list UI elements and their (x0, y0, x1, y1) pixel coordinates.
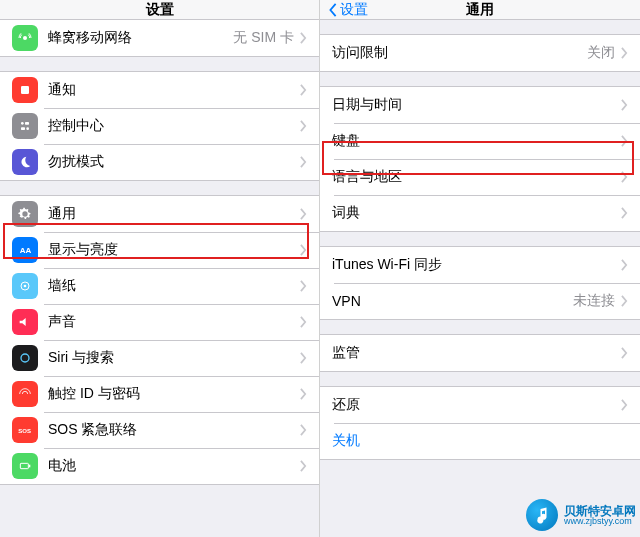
nav-bar: 设置 通用 (320, 0, 640, 20)
row-battery[interactable]: 电池 (0, 448, 319, 484)
row-vpn[interactable]: VPN 未连接 (320, 283, 640, 319)
chevron-right-icon (300, 280, 307, 292)
control-center-icon (12, 113, 38, 139)
nav-title: 设置 (146, 1, 174, 19)
sos-label: SOS 紧急联络 (48, 421, 300, 439)
battery-label: 电池 (48, 457, 300, 475)
chevron-right-icon (621, 399, 628, 411)
row-restrictions[interactable]: 访问限制 关闭 (320, 35, 640, 71)
touchid-label: 触控 ID 与密码 (48, 385, 300, 403)
gear-icon (12, 201, 38, 227)
row-keyboard[interactable]: 键盘 (320, 123, 640, 159)
row-notifications[interactable]: 通知 (0, 72, 319, 108)
sos-icon: SOS (12, 417, 38, 443)
svg-rect-1 (21, 86, 29, 94)
svg-rect-4 (21, 127, 25, 130)
row-dnd[interactable]: 勿扰模式 (0, 144, 319, 180)
group-cellular: 蜂窝移动网络 无 SIM 卡 (0, 20, 319, 57)
row-profiles[interactable]: 监管 (320, 335, 640, 371)
general-label: 通用 (48, 205, 300, 223)
row-shutdown[interactable]: 关机 (320, 423, 640, 459)
chevron-right-icon (300, 244, 307, 256)
group-notifications: 通知 控制中心 勿扰模式 (0, 71, 319, 181)
moon-icon (12, 149, 38, 175)
watermark-name: 贝斯特安卓网 (564, 505, 636, 517)
dnd-label: 勿扰模式 (48, 153, 300, 171)
chevron-right-icon (300, 316, 307, 328)
row-language[interactable]: 语言与地区 (320, 159, 640, 195)
notifications-label: 通知 (48, 81, 300, 99)
dictionary-label: 词典 (332, 204, 621, 222)
row-display[interactable]: AA 显示与亮度 (0, 232, 319, 268)
profiles-label: 监管 (332, 344, 621, 362)
chevron-right-icon (621, 347, 628, 359)
chevron-right-icon (621, 99, 628, 111)
reset-label: 还原 (332, 396, 621, 414)
chevron-right-icon (621, 47, 628, 59)
group-datetime: 日期与时间 键盘 语言与地区 词典 (320, 86, 640, 232)
itunes-wifi-label: iTunes Wi-Fi 同步 (332, 256, 621, 274)
svg-point-0 (23, 36, 27, 40)
back-button[interactable]: 设置 (328, 1, 368, 19)
general-screen: 设置 通用 访问限制 关闭 日期与时间 键盘 语言与地区 (320, 0, 640, 537)
restrictions-value: 关闭 (587, 44, 615, 62)
watermark-logo-icon (526, 499, 558, 531)
chevron-left-icon (328, 3, 338, 17)
svg-rect-12 (29, 465, 30, 468)
group-profiles: 监管 (320, 334, 640, 372)
chevron-right-icon (300, 208, 307, 220)
notifications-icon (12, 77, 38, 103)
row-touchid[interactable]: 触控 ID 与密码 (0, 376, 319, 412)
svg-rect-11 (20, 463, 28, 468)
cellular-value: 无 SIM 卡 (233, 29, 294, 47)
fingerprint-icon (12, 381, 38, 407)
wallpaper-icon (12, 273, 38, 299)
settings-root-screen: 设置 蜂窝移动网络 无 SIM 卡 通知 控制中心 (0, 0, 320, 537)
control-center-label: 控制中心 (48, 117, 300, 135)
shutdown-label: 关机 (332, 432, 628, 450)
datetime-label: 日期与时间 (332, 96, 621, 114)
svg-text:AA: AA (20, 246, 32, 255)
chevron-right-icon (300, 460, 307, 472)
watermark: 贝斯特安卓网 www.zjbstyy.com (526, 499, 636, 531)
display-icon: AA (12, 237, 38, 263)
chevron-right-icon (621, 259, 628, 271)
group-general: 通用 AA 显示与亮度 墙纸 声音 Siri 与搜索 (0, 195, 319, 485)
battery-icon (12, 453, 38, 479)
wallpaper-label: 墙纸 (48, 277, 300, 295)
row-cellular[interactable]: 蜂窝移动网络 无 SIM 卡 (0, 20, 319, 56)
watermark-url: www.zjbstyy.com (564, 517, 636, 526)
row-reset[interactable]: 还原 (320, 387, 640, 423)
sound-label: 声音 (48, 313, 300, 331)
row-datetime[interactable]: 日期与时间 (320, 87, 640, 123)
chevron-right-icon (621, 295, 628, 307)
nav-title: 通用 (466, 1, 494, 19)
row-control-center[interactable]: 控制中心 (0, 108, 319, 144)
display-label: 显示与亮度 (48, 241, 300, 259)
chevron-right-icon (300, 352, 307, 364)
row-siri[interactable]: Siri 与搜索 (0, 340, 319, 376)
chevron-right-icon (300, 388, 307, 400)
language-label: 语言与地区 (332, 168, 621, 186)
row-itunes-wifi[interactable]: iTunes Wi-Fi 同步 (320, 247, 640, 283)
group-sync: iTunes Wi-Fi 同步 VPN 未连接 (320, 246, 640, 320)
back-label: 设置 (340, 1, 368, 19)
cellular-label: 蜂窝移动网络 (48, 29, 233, 47)
group-reset: 还原 关机 (320, 386, 640, 460)
chevron-right-icon (621, 207, 628, 219)
row-dictionary[interactable]: 词典 (320, 195, 640, 231)
vpn-value: 未连接 (573, 292, 615, 310)
svg-point-8 (24, 285, 27, 288)
svg-point-2 (21, 122, 24, 125)
row-sound[interactable]: 声音 (0, 304, 319, 340)
chevron-right-icon (300, 424, 307, 436)
svg-point-5 (26, 127, 29, 130)
row-general[interactable]: 通用 (0, 196, 319, 232)
chevron-right-icon (621, 135, 628, 147)
chevron-right-icon (300, 32, 307, 44)
cellular-icon (12, 25, 38, 51)
keyboard-label: 键盘 (332, 132, 621, 150)
row-sos[interactable]: SOS SOS 紧急联络 (0, 412, 319, 448)
chevron-right-icon (300, 120, 307, 132)
row-wallpaper[interactable]: 墙纸 (0, 268, 319, 304)
